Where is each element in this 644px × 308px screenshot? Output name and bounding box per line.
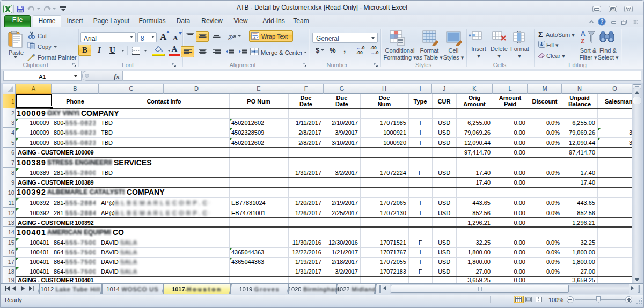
svg-text:Z: Z [581,38,584,45]
svg-text:?: ? [600,18,603,25]
svg-text:A: A [581,30,586,38]
svg-text:ab: ab [228,33,234,40]
